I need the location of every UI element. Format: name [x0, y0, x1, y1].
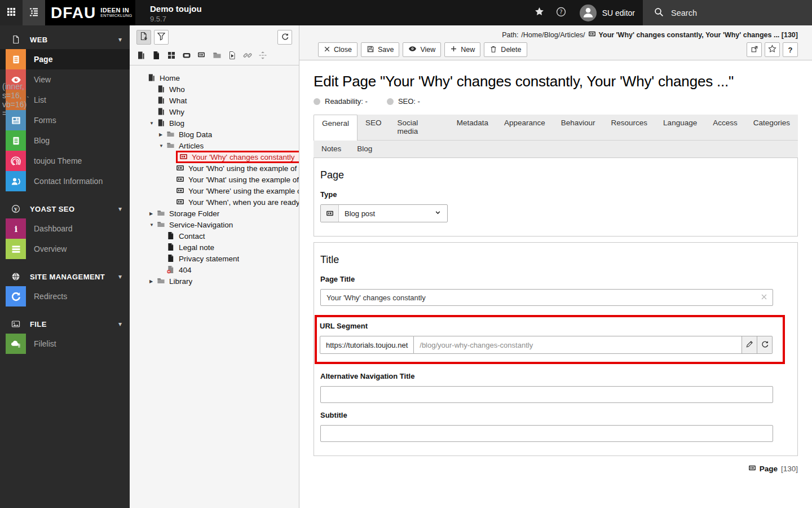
tree-node-404[interactable]: 404: [136, 264, 299, 275]
tab-seo[interactable]: SEO: [358, 115, 390, 140]
recalculate-slug-button[interactable]: [757, 336, 773, 354]
bookmark-button[interactable]: [529, 0, 550, 25]
sidebar-item-overview[interactable]: Overview: [0, 239, 130, 259]
sidebar-item-page[interactable]: Page: [0, 49, 130, 69]
sidebar-item-dashboard[interactable]: i Dashboard: [0, 218, 130, 239]
tree-node-privacy-statement[interactable]: Privacy statement: [136, 253, 299, 264]
expand-arrow-icon[interactable]: ▶: [149, 279, 157, 284]
folder-icon[interactable]: [213, 51, 222, 60]
site-version: 9.5.7: [150, 15, 202, 24]
tree-node-blog[interactable]: ▼Blog: [136, 117, 299, 129]
tab-metadata[interactable]: Metadata: [449, 115, 496, 140]
tree-node-why[interactable]: Why: [136, 106, 299, 117]
sidebar-section-header-file[interactable]: FILE ▾: [0, 314, 130, 334]
chevron-down-icon[interactable]: ▾: [118, 320, 122, 328]
close-button[interactable]: Close: [318, 42, 358, 57]
pagetree-toggle-button[interactable]: [23, 0, 45, 25]
main-area: WEB ▾ Page View (inner, s=16, vb=16) => …: [0, 25, 812, 508]
help-page-button[interactable]: ?: [783, 42, 798, 57]
tree-node-your-what-using-the-example-of-a[interactable]: Your 'What' using the example of a: [136, 174, 299, 185]
grid-icon[interactable]: [167, 51, 176, 60]
save-button[interactable]: Save: [361, 42, 400, 57]
brand-logo[interactable]: DFAU IDEEN IN ENTWICKLUNG: [45, 0, 135, 25]
new-button[interactable]: New: [444, 42, 480, 57]
tree-node-label: Articles: [179, 142, 204, 150]
tree-node-blog-data[interactable]: ▶Blog Data: [136, 129, 299, 140]
tree-node-who[interactable]: Who: [136, 84, 299, 95]
content-column: Path: /Home/Blog/Articles/ Your 'Why' ch…: [299, 25, 812, 508]
sidebar-item-toujou-theme[interactable]: toujou Theme: [0, 151, 130, 171]
sidebar-item-contact-information[interactable]: Contact Information: [0, 171, 130, 191]
tab-notes[interactable]: Notes: [314, 141, 349, 157]
tree-node-home[interactable]: Home: [136, 72, 299, 84]
sidebar-item-forms[interactable]: Forms: [0, 110, 130, 130]
tab-access[interactable]: Access: [705, 115, 745, 140]
chevron-down-icon[interactable]: ▾: [118, 205, 122, 213]
tree-node-your-where-using-the-example-of[interactable]: Your 'Where' using the example of: [136, 185, 299, 196]
popout-icon: [751, 45, 758, 55]
subtitle-input[interactable]: [320, 425, 773, 442]
help-button[interactable]: ?: [550, 0, 572, 25]
sidebar-section-header-yoast-seo[interactable]: y YOAST SEO ▾: [0, 199, 130, 218]
tab-behaviour[interactable]: Behaviour: [553, 115, 603, 140]
collapse-arrow-icon[interactable]: ▼: [149, 121, 157, 126]
chevron-down-icon[interactable]: ▾: [118, 273, 122, 281]
tree-node-legal-note[interactable]: Legal note: [136, 242, 299, 253]
sidebar-section-header-site-management[interactable]: SITE MANAGEMENT ▾: [0, 267, 130, 286]
mountpoint-icon[interactable]: [182, 51, 191, 60]
filter-button[interactable]: [154, 30, 169, 45]
tree-node-articles[interactable]: ▼Articles: [136, 140, 299, 151]
tab-appearance[interactable]: Appearance: [496, 115, 553, 140]
bookmark-page-button[interactable]: [765, 42, 780, 57]
alt-nav-title-input[interactable]: [320, 386, 773, 403]
open-new-window-button[interactable]: [747, 42, 762, 57]
divider-icon[interactable]: [258, 51, 267, 60]
url-slug-input[interactable]: [414, 336, 742, 354]
collapse-arrow-icon[interactable]: ▼: [159, 143, 166, 148]
sidebar-item-filelist[interactable]: Filelist: [0, 334, 130, 354]
collapse-arrow-icon[interactable]: ▼: [149, 222, 157, 227]
delete-button[interactable]: Delete: [484, 42, 527, 57]
page-title: Edit Page "Your 'Why' changes constantly…: [314, 73, 798, 90]
logo-subline2: ENTWICKLUNG: [100, 14, 132, 18]
tree-node-your-when-when-you-are-ready[interactable]: Your 'When', when you are ready: [136, 196, 299, 208]
tab-social-media[interactable]: Social media: [390, 115, 449, 140]
sidebar-item-list[interactable]: (inner, s=16, vb=16) => `${inner}` List: [0, 90, 130, 110]
sidebar-section-header-web[interactable]: WEB ▾: [0, 30, 130, 49]
tree-node-service-navigation[interactable]: ▼Service-Navigation: [136, 219, 299, 230]
chevron-down-icon: [434, 209, 442, 218]
link-icon[interactable]: [243, 51, 252, 60]
user-menu[interactable]: SU editor: [572, 0, 643, 25]
refresh-tree-button[interactable]: [277, 30, 292, 45]
tree-node-your-who-using-the-example-of-yo[interactable]: Your 'Who' using the example of yo: [136, 163, 299, 174]
tab-categories[interactable]: Categories: [745, 115, 798, 140]
shortcut-icon[interactable]: [228, 51, 237, 60]
view-button[interactable]: View: [403, 42, 441, 57]
new-page-button[interactable]: [136, 30, 151, 45]
search-input[interactable]: Search: [643, 0, 812, 25]
tree-node-what[interactable]: What: [136, 95, 299, 106]
expand-arrow-icon[interactable]: ▶: [149, 211, 157, 216]
tree-node-your-why-changes-constantly[interactable]: Your 'Why' changes constantly: [136, 151, 299, 163]
chevron-down-icon[interactable]: ▾: [118, 36, 122, 43]
tree-node-storage-folder[interactable]: ▶Storage Folder: [136, 208, 299, 219]
clear-icon[interactable]: [760, 293, 768, 301]
document-icon[interactable]: [152, 51, 161, 60]
edit-slug-button[interactable]: [742, 336, 757, 354]
page-door-icon[interactable]: [136, 51, 145, 60]
modules-grid-button[interactable]: [0, 0, 23, 25]
sidebar-item-blog[interactable]: Blog: [0, 130, 130, 151]
page-type-select[interactable]: Blog post: [320, 204, 448, 222]
indicator-seo: SEO: -: [387, 97, 420, 106]
page-body: Edit Page "Your 'Why' changes constantly…: [299, 60, 812, 508]
tree-node-library[interactable]: ▶Library: [136, 275, 299, 287]
page-title-input[interactable]: [320, 289, 773, 306]
tab-blog[interactable]: Blog: [349, 141, 380, 157]
tab-resources[interactable]: Resources: [603, 115, 656, 140]
tab-general[interactable]: General: [314, 115, 358, 141]
article-icon[interactable]: [197, 51, 206, 60]
tab-language[interactable]: Language: [655, 115, 705, 140]
sidebar-item-redirects[interactable]: Redirects: [0, 286, 130, 306]
expand-arrow-icon[interactable]: ▶: [159, 132, 166, 137]
tree-node-contact[interactable]: Contact: [136, 230, 299, 242]
